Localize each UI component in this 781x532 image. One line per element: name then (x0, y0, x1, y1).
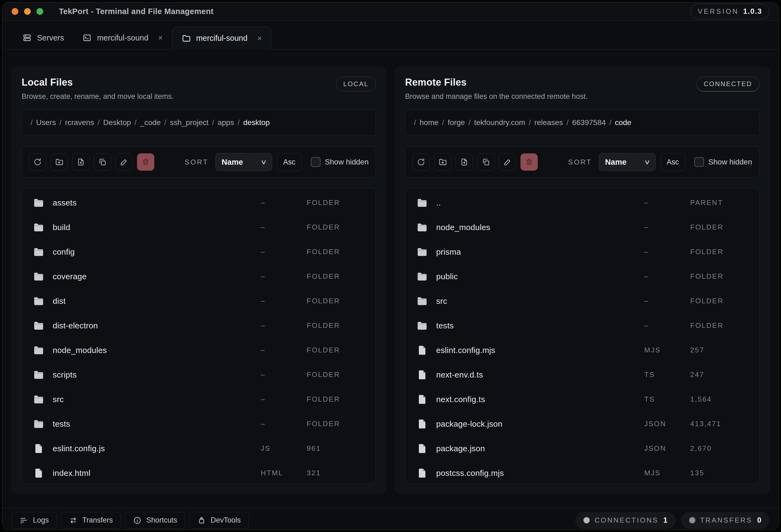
breadcrumb-segment[interactable]: _code (140, 118, 161, 127)
remote-toolbar: SORT Name ∨ Asc Show hidden (405, 146, 759, 178)
new-file-button[interactable] (456, 153, 473, 171)
delete-button[interactable] (521, 153, 538, 171)
file-row[interactable]: build – FOLDER (33, 215, 365, 239)
file-row[interactable]: eslint.config.js JS 961 (33, 436, 365, 461)
breadcrumb-segment[interactable]: Users (36, 118, 56, 127)
breadcrumb-segment[interactable]: apps (217, 118, 234, 127)
file-name: tests (53, 419, 261, 429)
file-row[interactable]: config – FOLDER (33, 239, 365, 264)
file-size-or-kind: FOLDER (690, 272, 748, 280)
file-type: TS (644, 370, 690, 379)
file-row[interactable]: index.html HTML 321 (33, 461, 365, 483)
breadcrumb-segment[interactable]: tekfoundry.com (474, 118, 525, 127)
folder-icon (33, 418, 45, 430)
delete-button[interactable] (137, 153, 154, 171)
shortcuts-button[interactable]: Shortcuts (125, 512, 185, 529)
breadcrumb-separator: / (468, 118, 470, 127)
copy-button[interactable] (477, 153, 495, 171)
breadcrumb-segment[interactable]: ssh_project (170, 118, 208, 127)
file-row[interactable]: tests – FOLDER (416, 313, 748, 338)
file-row[interactable]: node_modules – FOLDER (416, 215, 748, 239)
show-hidden-checkbox[interactable] (311, 157, 321, 167)
file-row[interactable]: coverage – FOLDER (33, 264, 365, 289)
new-file-button[interactable] (72, 153, 89, 171)
titlebar: TekPort - Terminal and File Management V… (2, 2, 779, 21)
rename-button[interactable] (115, 153, 133, 171)
sort-select[interactable]: Name ∨ (599, 153, 656, 171)
sort-label: SORT (568, 158, 592, 166)
breadcrumb-segment[interactable]: rcravens (65, 118, 94, 127)
devtools-button[interactable]: DevTools (190, 512, 249, 529)
file-name: dist-electron (53, 321, 261, 330)
file-size-or-kind: FOLDER (307, 420, 365, 428)
file-row[interactable]: src – FOLDER (416, 289, 748, 313)
copy-button[interactable] (94, 153, 111, 171)
folder-icon (33, 394, 45, 405)
new-folder-button[interactable] (434, 153, 451, 171)
file-type: – (261, 370, 307, 379)
breadcrumb-separator: / (414, 118, 416, 127)
tab-label: Servers (37, 34, 64, 42)
file-icon (416, 369, 428, 381)
refresh-button[interactable] (29, 153, 46, 171)
file-row[interactable]: prisma – FOLDER (416, 239, 748, 264)
breadcrumb-separator: / (164, 118, 166, 127)
file-row[interactable]: scripts – FOLDER (33, 362, 365, 387)
local-files-panel: Local Files Browse, create, rename, and … (12, 67, 386, 493)
file-row[interactable]: eslint.config.mjs MJS 257 (416, 338, 748, 362)
maximize-window-button[interactable] (37, 8, 43, 15)
file-row[interactable]: tests – FOLDER (33, 411, 365, 436)
rename-button[interactable] (499, 153, 516, 171)
minimize-window-button[interactable] (24, 8, 31, 15)
file-row[interactable]: next.config.ts TS 1,564 (416, 387, 748, 411)
file-row[interactable]: next-env.d.ts TS 247 (416, 362, 748, 387)
file-name: config (53, 248, 261, 257)
file-row[interactable]: dist – FOLDER (33, 289, 365, 313)
file-row[interactable]: package.json JSON 2,670 (416, 436, 748, 461)
file-icon (416, 467, 428, 479)
file-row[interactable]: postcss.config.mjs MJS 135 (416, 461, 748, 483)
file-row[interactable]: .. – PARENT (416, 190, 748, 215)
breadcrumb-segment[interactable]: desktop (243, 118, 270, 127)
new-folder-button[interactable] (50, 153, 68, 171)
logs-button[interactable]: Logs (12, 512, 57, 529)
file-type: – (644, 248, 690, 256)
file-row[interactable]: public – FOLDER (416, 264, 748, 289)
sort-direction-button[interactable]: Asc (660, 153, 685, 171)
connections-count: 1 (663, 516, 667, 524)
file-row[interactable]: node_modules – FOLDER (33, 338, 365, 362)
shortcuts-label: Shortcuts (147, 516, 177, 524)
file-row[interactable]: dist-electron – FOLDER (33, 313, 365, 338)
tab-terminal-merciful-sound[interactable]: merciful-sound × (73, 27, 172, 49)
file-name: eslint.config.mjs (436, 346, 644, 355)
breadcrumb-segment[interactable]: 66397584 (572, 118, 606, 127)
file-size-or-kind: FOLDER (307, 248, 365, 256)
breadcrumb-segment[interactable]: Desktop (103, 118, 131, 127)
refresh-button[interactable] (412, 153, 430, 171)
show-hidden-checkbox[interactable] (694, 157, 704, 167)
file-row[interactable]: package-lock.json JSON 413,471 (416, 411, 748, 436)
tab-servers[interactable]: Servers (13, 27, 73, 49)
remote-panel-header: Remote Files Browse and manage files on … (405, 77, 759, 101)
close-tab-icon[interactable]: × (158, 34, 163, 42)
tab-files-merciful-sound[interactable]: merciful-sound × (172, 27, 272, 49)
sort-direction-button[interactable]: Asc (277, 153, 301, 171)
close-tab-icon[interactable]: × (257, 34, 262, 42)
sort-select[interactable]: Name ∨ (215, 153, 272, 171)
folder-icon (416, 197, 428, 209)
breadcrumb-segment[interactable]: code (615, 118, 631, 127)
breadcrumb-segment[interactable]: forge (448, 118, 465, 127)
breadcrumb-segment[interactable]: home (420, 118, 439, 127)
file-row[interactable]: assets – FOLDER (33, 190, 365, 215)
file-size-or-kind: FOLDER (307, 272, 365, 280)
breadcrumb-segment[interactable]: releases (534, 118, 563, 127)
folder-icon (33, 369, 45, 381)
close-window-button[interactable] (12, 8, 18, 15)
file-type: HTML (261, 469, 307, 477)
main-content: Local Files Browse, create, rename, and … (2, 49, 779, 493)
file-size-or-kind: 2,670 (690, 444, 748, 453)
file-row[interactable]: src – FOLDER (33, 387, 365, 411)
show-hidden-control: Show hidden (311, 157, 369, 167)
traffic-lights (12, 8, 43, 15)
transfers-button[interactable]: Transfers (61, 512, 121, 529)
